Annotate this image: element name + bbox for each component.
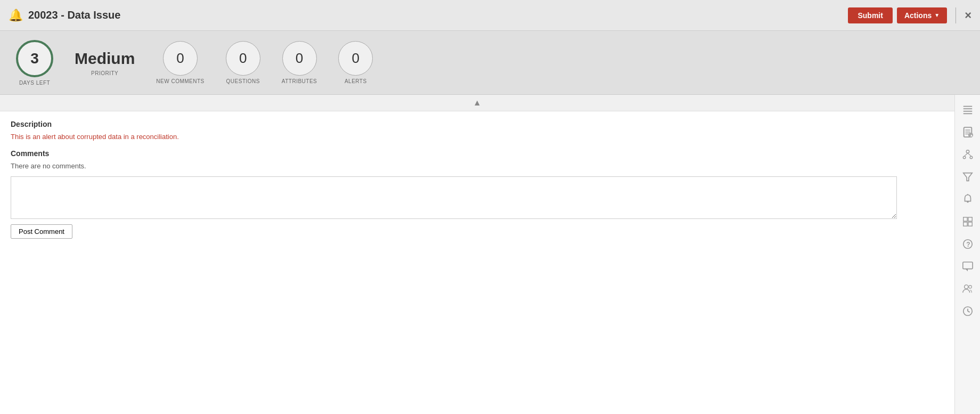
header-actions: Submit Actions ×	[848, 7, 971, 23]
main-area: ▲ Description This is an alert about cor…	[0, 95, 980, 414]
priority-stat: Medium PRIORITY	[75, 50, 135, 76]
days-left-circle: 3	[16, 40, 53, 77]
filter-icon[interactable]	[957, 166, 978, 188]
bell-icon: 🔔	[9, 9, 23, 22]
priority-value: Medium	[75, 50, 135, 68]
workflow-icon[interactable]	[957, 144, 978, 165]
question-icon[interactable]: ?	[957, 233, 978, 255]
new-comments-circle: 0	[163, 41, 198, 76]
svg-line-14	[968, 153, 971, 156]
report-icon[interactable]: ▲	[957, 121, 978, 143]
close-button[interactable]: ×	[965, 9, 971, 22]
svg-rect-16	[967, 201, 969, 203]
svg-rect-6	[965, 132, 970, 132]
notification-icon[interactable]	[957, 189, 978, 210]
comments-heading: Comments	[11, 149, 944, 158]
post-comment-button[interactable]: Post Comment	[11, 224, 72, 239]
page-title: 20023 - Data Issue	[28, 9, 848, 21]
description-section: Description This is an alert about corru…	[0, 111, 954, 247]
svg-rect-3	[963, 113, 972, 114]
svg-rect-5	[965, 129, 970, 130]
right-sidebar: ▲ ?	[954, 95, 980, 414]
stats-bar: 3 DAYS LEFT Medium PRIORITY 0 NEW COMMEN…	[0, 31, 980, 95]
svg-rect-7	[965, 134, 968, 134]
svg-text:▲: ▲	[969, 133, 973, 137]
description-text: This is an alert about corrupted data in…	[11, 133, 944, 141]
svg-line-30	[968, 311, 970, 312]
svg-rect-1	[963, 108, 972, 109]
svg-point-27	[968, 286, 971, 289]
svg-rect-18	[963, 217, 967, 221]
actions-button[interactable]: Actions	[897, 7, 947, 23]
no-comments-text: There are no comments.	[11, 162, 944, 170]
alerts-label: ALERTS	[345, 78, 367, 84]
svg-rect-19	[968, 217, 971, 221]
new-comments-label: NEW COMMENTS	[156, 78, 204, 84]
comment-textarea[interactable]	[11, 176, 897, 219]
svg-point-26	[964, 285, 968, 289]
svg-rect-0	[963, 106, 972, 107]
collapse-button[interactable]: ▲	[473, 98, 481, 108]
attributes-stat: 0 ATTRIBUTES	[282, 41, 317, 84]
svg-rect-20	[963, 222, 967, 226]
attributes-label: ATTRIBUTES	[282, 78, 317, 84]
list-icon[interactable]	[957, 99, 978, 120]
clock-icon[interactable]	[957, 301, 978, 322]
svg-marker-15	[963, 173, 972, 181]
alerts-stat: 0 ALERTS	[338, 41, 373, 84]
new-comments-stat: 0 NEW COMMENTS	[156, 41, 204, 84]
days-left-stat: 3 DAYS LEFT	[16, 40, 53, 86]
comment-icon[interactable]	[957, 256, 978, 277]
svg-text:?: ?	[966, 241, 970, 248]
days-left-label: DAYS LEFT	[19, 80, 50, 86]
svg-line-13	[964, 153, 967, 156]
priority-label: PRIORITY	[91, 70, 118, 76]
grid-icon[interactable]	[957, 211, 978, 232]
alerts-circle: 0	[338, 41, 373, 76]
collapse-bar: ▲	[0, 95, 954, 111]
svg-rect-24	[962, 262, 972, 269]
content-panel: ▲ Description This is an alert about cor…	[0, 95, 954, 414]
questions-label: QUESTIONS	[226, 78, 260, 84]
users-icon[interactable]	[957, 278, 978, 299]
svg-point-11	[963, 156, 966, 159]
description-heading: Description	[11, 120, 944, 128]
svg-point-12	[970, 156, 973, 159]
app-header: 🔔 20023 - Data Issue Submit Actions ×	[0, 0, 980, 31]
svg-point-10	[966, 150, 969, 153]
questions-stat: 0 QUESTIONS	[226, 41, 260, 84]
submit-button[interactable]: Submit	[848, 7, 892, 23]
svg-rect-2	[963, 111, 972, 112]
questions-circle: 0	[226, 41, 260, 76]
attributes-circle: 0	[282, 41, 317, 76]
svg-rect-21	[968, 222, 971, 226]
header-divider	[956, 7, 956, 23]
